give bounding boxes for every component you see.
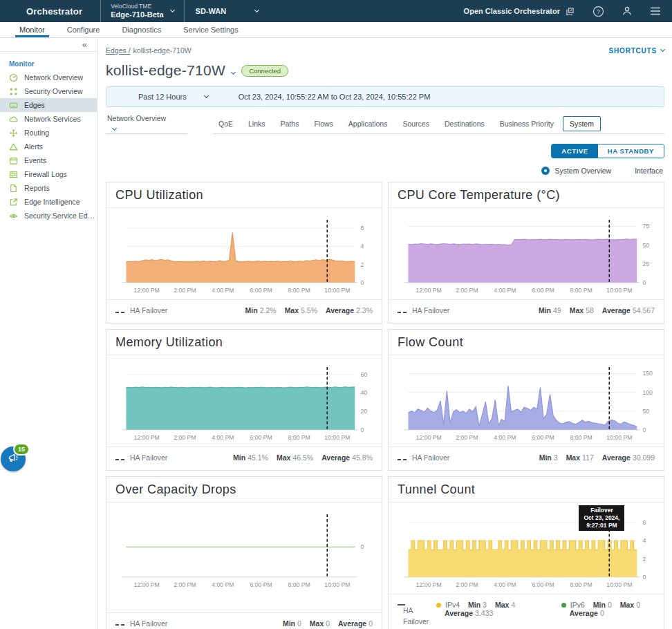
nav-tab-monitor[interactable]: Monitor <box>8 22 56 37</box>
service-selector[interactable]: SD-WAN <box>185 0 270 22</box>
notification-count-badge: 15 <box>13 443 30 456</box>
system-overview-radio[interactable]: System Overview <box>541 167 611 175</box>
stat-label: Min <box>468 601 480 609</box>
user-icon[interactable] <box>621 6 633 17</box>
chart-plot-memory-utilization[interactable]: 020406012:00 PM2:00 PM4:00 PM6:00 PM8:00… <box>106 355 382 447</box>
svg-text:2: 2 <box>642 556 646 563</box>
legend-label[interactable]: HA Failover <box>412 306 449 314</box>
legend-label[interactable]: HA Failover <box>130 453 167 462</box>
menu-icon[interactable] <box>649 6 661 17</box>
breadcrumb-edges-link[interactable]: Edges / <box>106 46 131 55</box>
view-tab-system[interactable]: System <box>563 116 601 131</box>
chart-plot-over-capacity-drops[interactable]: 012:00 PM2:00 PM4:00 PM6:00 PM8:00 PM10:… <box>106 503 382 594</box>
chart-plot-cpu-utilization[interactable]: 024612:00 PM2:00 PM4:00 PM6:00 PM8:00 PM… <box>106 208 382 299</box>
stat-value: 5.5% <box>301 306 317 314</box>
main-content: Edges / kollist-edge-710W SHORTCUTS koll… <box>97 38 672 629</box>
ha-standby-toggle-button[interactable]: HA STANDBY <box>598 144 664 158</box>
time-preset-dropdown[interactable]: Past 12 Hours <box>106 93 221 101</box>
nav-tab-diagnostics[interactable]: Diagnostics <box>111 22 172 37</box>
stat-label: Average <box>570 609 598 617</box>
sidebar-item-routing[interactable]: Routing <box>0 126 97 140</box>
stat-label: Max <box>495 601 509 609</box>
ha-failover-legend-icon <box>115 312 124 313</box>
document-icon <box>9 184 18 193</box>
sidebar-item-network-services[interactable]: Network Services <box>0 112 97 126</box>
legend-label[interactable]: IPv4 <box>445 601 460 609</box>
sidebar-item-alerts[interactable]: Alerts <box>0 140 97 153</box>
legend-label[interactable]: HA Failover <box>412 453 449 462</box>
failover-tooltip: FailoverOct 23, 2024,9:27:01 PM <box>579 505 624 531</box>
enterprise-selector[interactable]: VeloCloud TME Edge-710-Beta <box>101 0 183 22</box>
stat-value: 0 <box>368 619 373 628</box>
svg-text:0: 0 <box>642 426 646 433</box>
view-tab-destinations[interactable]: Destinations <box>438 117 491 131</box>
svg-text:12:00 PM: 12:00 PM <box>134 581 160 588</box>
view-tab-paths[interactable]: Paths <box>274 117 306 131</box>
stat-value: 2.3% <box>356 306 373 314</box>
view-tab-applications[interactable]: Applications <box>342 117 394 131</box>
sidebar-item-security-overview[interactable]: Security Overview <box>0 84 97 98</box>
sidebar-item-label: Network Services <box>24 115 81 123</box>
open-classic-orchestrator-link[interactable]: Open Classic Orchestrator <box>464 6 576 17</box>
sidebar-collapse-button[interactable]: « <box>0 38 97 52</box>
nav-tab-configure[interactable]: Configure <box>56 22 111 37</box>
svg-text:6:00 PM: 6:00 PM <box>532 434 554 441</box>
sidebar-item-label: Network Overview <box>24 73 83 82</box>
chart-plot-flow-count[interactable]: 05010015012:00 PM2:00 PM4:00 PM6:00 PM8:… <box>389 355 664 447</box>
chart-title-memory-utilization: Memory Utilization <box>106 330 382 355</box>
svg-text:8:00 PM: 8:00 PM <box>288 434 310 441</box>
svg-text:10:00 PM: 10:00 PM <box>324 287 350 294</box>
series-dot-icon <box>436 603 441 608</box>
chart-plot-tunnel-count[interactable]: 024612:00 PM2:00 PM4:00 PM6:00 PM8:00 PM… <box>389 503 664 594</box>
stat-value: 46.5% <box>292 453 313 462</box>
sidebar-item-network-overview[interactable]: Network Overview <box>0 71 97 84</box>
sidebar-item-reports[interactable]: Reports <box>0 181 97 195</box>
active-toggle-button[interactable]: ACTIVE <box>552 144 597 158</box>
external-link-icon <box>9 198 18 207</box>
stat-label: Average <box>602 306 631 314</box>
view-tab-links[interactable]: Links <box>242 117 272 131</box>
stat-label: Min <box>593 601 606 609</box>
view-tab-business-priority[interactable]: Business Priority <box>494 117 560 131</box>
stat-label: Max <box>285 306 299 314</box>
chart-title-cpu-core-temperature-c: CPU Core Temperature (°C) <box>389 182 664 208</box>
time-range-text: Oct 23, 2024, 10:55:22 AM to Oct 23, 202… <box>221 93 431 101</box>
svg-text:0: 0 <box>642 279 646 286</box>
sidebar-item-edges[interactable]: Edges <box>0 98 97 112</box>
svg-text:10:00 PM: 10:00 PM <box>324 581 350 588</box>
svg-text:0: 0 <box>642 574 646 581</box>
chart-title-flow-count: Flow Count <box>389 330 664 355</box>
svg-text:2:00 PM: 2:00 PM <box>456 434 478 441</box>
sidebar-item-label: Events <box>24 156 46 165</box>
sidebar-item-security-service-edge-s[interactable]: Security Service Edge (S... <box>0 209 97 223</box>
stat-label: Max <box>310 619 324 628</box>
stat-label: Max <box>620 601 634 609</box>
view-tab-qoe[interactable]: QoE <box>212 117 239 131</box>
svg-text:4:00 PM: 4:00 PM <box>212 287 234 294</box>
view-tab-sources[interactable]: Sources <box>396 117 436 131</box>
sidebar-item-edge-intelligence[interactable]: Edge Intelligence <box>0 195 97 209</box>
svg-text:10:00 PM: 10:00 PM <box>606 434 632 441</box>
edge-title-chevron-icon[interactable] <box>231 69 236 74</box>
view-tab-flows[interactable]: Flows <box>308 117 339 131</box>
stat-value: 2.2% <box>260 306 277 314</box>
legend-label[interactable]: HA Failover <box>403 605 436 628</box>
interface-radio[interactable]: Interface <box>635 167 663 175</box>
sidebar-item-events[interactable]: Events <box>0 153 97 167</box>
legend-label[interactable]: IPv6 <box>570 601 585 609</box>
legend-label[interactable]: HA Failover <box>130 619 167 628</box>
stat-value: 54.567 <box>633 306 655 314</box>
sidebar-item-firewall-logs[interactable]: Firewall Logs <box>0 167 97 181</box>
chart-title-tunnel-count: Tunnel Count <box>389 477 664 503</box>
help-icon[interactable]: ? <box>592 6 604 17</box>
shortcuts-button[interactable]: SHORTCUTS <box>609 47 664 55</box>
nav-tab-service-settings[interactable]: Service Settings <box>172 22 249 37</box>
legend-label[interactable]: HA Failover <box>130 306 167 314</box>
svg-text:8:00 PM: 8:00 PM <box>570 287 592 294</box>
stat-label: Max <box>570 306 584 314</box>
chart-plot-cpu-core-temperature-c[interactable]: 025507512:00 PM2:00 PM4:00 PM6:00 PM8:00… <box>389 208 664 299</box>
notifications-bubble[interactable]: 15 <box>1 447 27 473</box>
ha-toggle: ACTIVE HA STANDBY <box>551 144 664 158</box>
context-select[interactable]: Network Overview <box>106 113 187 134</box>
svg-text:50: 50 <box>642 408 649 415</box>
